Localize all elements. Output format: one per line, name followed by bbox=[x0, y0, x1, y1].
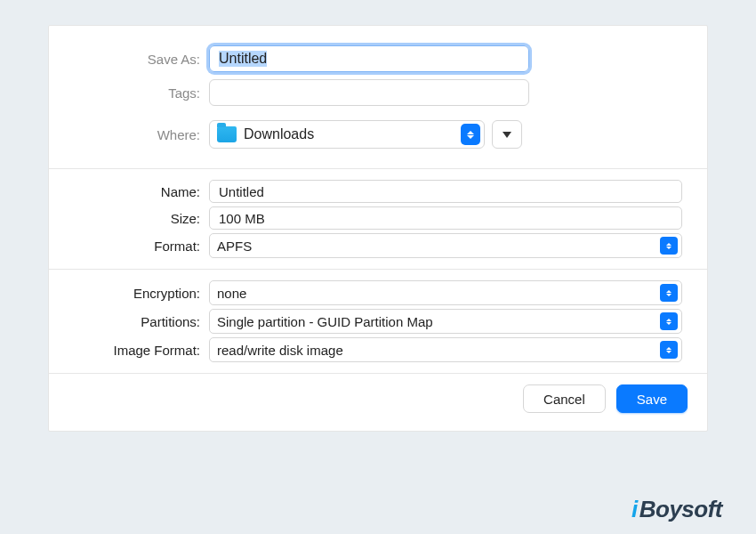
partitions-label: Partitions: bbox=[74, 314, 209, 329]
expand-button[interactable] bbox=[492, 120, 522, 149]
name-row: Name: bbox=[74, 180, 682, 203]
partitions-dropdown[interactable]: Single partition - GUID Partition Map bbox=[209, 309, 682, 334]
where-label: Where: bbox=[74, 127, 209, 142]
image-basic-section: Name: Size: Format: APFS bbox=[49, 168, 707, 269]
name-label: Name: bbox=[74, 184, 209, 199]
format-label: Format: bbox=[74, 239, 209, 254]
save-dialog: Save As: Untitled Tags: Where: Downloads bbox=[48, 25, 708, 432]
save-as-row: Save As: Untitled bbox=[74, 45, 682, 72]
encryption-value: none bbox=[217, 286, 660, 301]
updown-icon bbox=[660, 237, 678, 255]
partitions-value: Single partition - GUID Partition Map bbox=[217, 314, 660, 329]
image-format-dropdown[interactable]: read/write disk image bbox=[209, 337, 682, 362]
format-dropdown[interactable]: APFS bbox=[209, 233, 682, 258]
size-row: Size: bbox=[74, 206, 682, 230]
watermark-accent: i bbox=[631, 496, 638, 523]
cancel-button[interactable]: Cancel bbox=[523, 384, 606, 413]
save-as-label: Save As: bbox=[74, 52, 209, 67]
encryption-row: Encryption: none bbox=[74, 280, 682, 305]
dialog-footer: Cancel Save bbox=[49, 373, 707, 431]
watermark-logo: iBoysoft bbox=[631, 496, 722, 523]
updown-icon bbox=[461, 124, 480, 145]
format-row: Format: APFS bbox=[74, 233, 682, 258]
where-dropdown[interactable]: Downloads bbox=[209, 120, 485, 149]
updown-icon bbox=[660, 312, 678, 330]
watermark-text: Boysoft bbox=[639, 496, 722, 523]
save-as-field[interactable]: Untitled bbox=[209, 45, 529, 72]
tags-label: Tags: bbox=[74, 85, 209, 101]
chevron-down-icon bbox=[503, 132, 511, 138]
partitions-row: Partitions: Single partition - GUID Part… bbox=[74, 309, 682, 334]
encryption-label: Encryption: bbox=[74, 286, 209, 301]
where-row: Where: Downloads bbox=[74, 120, 682, 149]
tags-row: Tags: bbox=[74, 79, 682, 106]
format-value: APFS bbox=[217, 239, 660, 254]
save-as-value: Untitled bbox=[219, 51, 267, 67]
folder-icon bbox=[217, 126, 237, 142]
save-location-section: Save As: Untitled Tags: Where: Downloads bbox=[49, 26, 707, 168]
encryption-dropdown[interactable]: none bbox=[209, 280, 682, 305]
save-button[interactable]: Save bbox=[616, 384, 688, 413]
name-field[interactable] bbox=[209, 180, 682, 203]
where-value: Downloads bbox=[244, 126, 454, 142]
updown-icon bbox=[660, 341, 678, 359]
size-field[interactable] bbox=[209, 206, 682, 230]
image-format-label: Image Format: bbox=[74, 343, 209, 358]
tags-field[interactable] bbox=[209, 79, 529, 106]
image-format-row: Image Format: read/write disk image bbox=[74, 337, 682, 362]
size-label: Size: bbox=[74, 211, 209, 226]
updown-icon bbox=[660, 284, 678, 302]
image-advanced-section: Encryption: none Partitions: Single part… bbox=[49, 269, 707, 373]
image-format-value: read/write disk image bbox=[217, 343, 660, 358]
